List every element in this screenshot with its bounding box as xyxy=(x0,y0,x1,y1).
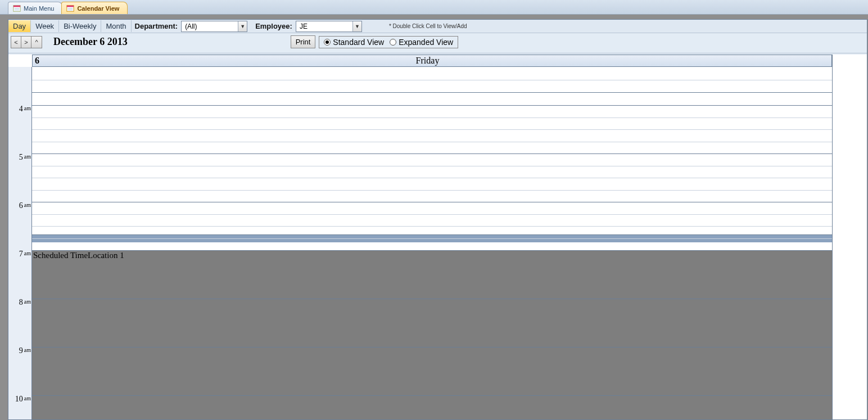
hour-label: 10am xyxy=(8,395,32,404)
right-blank-panel xyxy=(832,55,867,419)
weekday-name: Friday xyxy=(46,56,831,66)
content-area: Day Week Bi-Weekly Month Department: (Al… xyxy=(0,15,868,420)
grid-subline xyxy=(32,178,832,178)
svg-rect-5 xyxy=(67,6,74,7)
hour-label: 5am xyxy=(8,153,32,162)
svg-rect-7 xyxy=(68,10,73,11)
view-day[interactable]: Day xyxy=(8,20,31,32)
date-title: December 6 2013 xyxy=(42,36,128,48)
grid-subline xyxy=(32,190,832,191)
grid-subline xyxy=(32,226,832,227)
department-value: (All) xyxy=(182,21,238,31)
hour-line xyxy=(32,347,832,347)
hour-label: 6am xyxy=(8,201,32,210)
svg-rect-6 xyxy=(68,8,73,9)
chevron-down-icon[interactable]: ▼ xyxy=(238,21,247,31)
grid-subline xyxy=(32,238,832,239)
expanded-view-radio[interactable]: Expanded View xyxy=(390,38,453,47)
view-biweekly[interactable]: Bi-Weekly xyxy=(59,20,101,32)
up-button[interactable]: ^ xyxy=(31,37,42,48)
hour-line xyxy=(32,105,832,106)
hour-line xyxy=(32,395,832,396)
calendar-grid[interactable]: 6 Friday Scheduled TimeLocation 1 4am5am… xyxy=(8,55,832,419)
hour-line xyxy=(32,153,832,154)
radio-label: Standard View xyxy=(333,38,384,47)
grid-subline xyxy=(32,118,832,118)
view-radio-group: Standard View Expanded View xyxy=(319,36,458,48)
employee-value: JE xyxy=(296,21,352,31)
calendar-panel: Day Week Bi-Weekly Month Department: (Al… xyxy=(8,19,867,420)
grid-subline xyxy=(32,142,832,142)
tab-label: Calendar View xyxy=(77,5,119,12)
hour-label: 8am xyxy=(8,298,32,307)
nav-button-group: < > ^ xyxy=(11,36,42,48)
view-month[interactable]: Month xyxy=(101,20,131,32)
hour-label: 7am xyxy=(8,250,32,259)
tab-calendar-view[interactable]: Calendar View xyxy=(61,2,128,14)
tab-main-menu[interactable]: Main Menu xyxy=(8,2,62,14)
radio-selected-icon xyxy=(324,39,331,46)
chevron-down-icon[interactable]: ▼ xyxy=(352,21,361,31)
view-week[interactable]: Week xyxy=(31,20,59,32)
hour-line xyxy=(32,202,832,202)
grid-subline xyxy=(32,166,832,166)
grid-subline xyxy=(32,129,832,130)
event-text: Scheduled TimeLocation 1 xyxy=(33,251,124,260)
form-icon xyxy=(13,4,21,12)
hint-text: * Double Click Cell to View/Add xyxy=(367,23,467,29)
form-icon xyxy=(66,4,74,12)
nav-row: < > ^ December 6 2013 Print Standard Vie… xyxy=(8,33,867,53)
employee-label: Employee: xyxy=(252,22,296,30)
document-tab-bar: Main Menu Calendar View xyxy=(0,0,868,15)
app-root: Main Menu Calendar View ▲ ▼ Day Week Bi-… xyxy=(0,0,868,420)
day-header[interactable]: 6 Friday xyxy=(32,55,832,67)
prev-button[interactable]: < xyxy=(11,37,21,48)
svg-rect-1 xyxy=(13,6,20,7)
next-button[interactable]: > xyxy=(21,37,31,48)
scheduled-event[interactable]: Scheduled TimeLocation 1 xyxy=(32,250,832,419)
employee-combo[interactable]: JE ▼ xyxy=(296,21,362,32)
tab-label: Main Menu xyxy=(24,5,54,12)
hour-label: 9am xyxy=(8,346,32,355)
day-number: 6 xyxy=(35,56,46,66)
standard-view-radio[interactable]: Standard View xyxy=(324,38,384,47)
grid-subline xyxy=(32,80,832,80)
radio-unselected-icon xyxy=(390,39,396,46)
hour-line xyxy=(32,299,832,299)
department-combo[interactable]: (All) ▼ xyxy=(181,21,247,32)
svg-rect-2 xyxy=(15,8,20,9)
hour-line xyxy=(32,250,832,251)
hour-label: 4am xyxy=(8,105,32,114)
options-bar: Day Week Bi-Weekly Month Department: (Al… xyxy=(8,20,867,33)
allday-band[interactable] xyxy=(32,67,832,93)
print-button[interactable]: Print xyxy=(291,35,316,48)
radio-label: Expanded View xyxy=(399,38,453,47)
time-gutter xyxy=(8,67,32,419)
grid-subline xyxy=(32,214,832,215)
department-label: Department: xyxy=(132,22,182,30)
svg-rect-3 xyxy=(15,10,20,11)
